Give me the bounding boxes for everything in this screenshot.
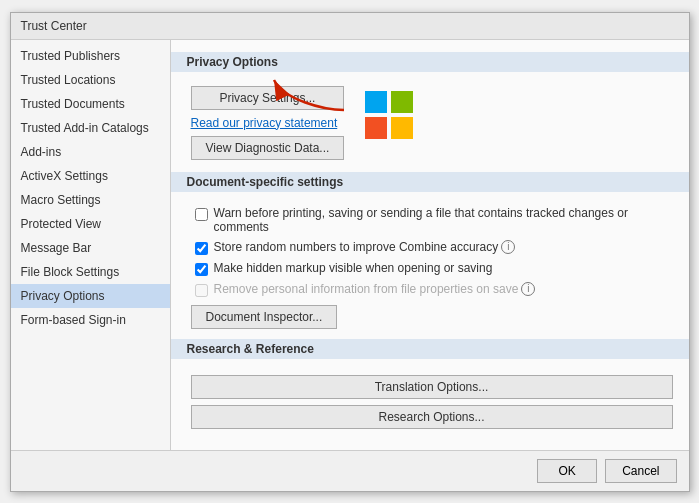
doc-specific-section: Document-specific settings Warn before p…	[187, 172, 673, 329]
main-content: Privacy Options Privacy Settings... Read…	[171, 40, 689, 450]
sidebar-item-activex[interactable]: ActiveX Settings	[11, 164, 170, 188]
sidebar: Trusted PublishersTrusted LocationsTrust…	[11, 40, 171, 450]
research-header: Research & Reference	[171, 339, 689, 359]
view-diagnostic-button[interactable]: View Diagnostic Data...	[191, 136, 345, 160]
checkbox-warn-printing[interactable]	[195, 208, 208, 221]
checkbox-make-hidden[interactable]	[195, 263, 208, 276]
sidebar-item-form-signin[interactable]: Form-based Sign-in	[11, 308, 170, 332]
sidebar-item-message-bar[interactable]: Message Bar	[11, 236, 170, 260]
svg-rect-2	[391, 91, 413, 113]
checkbox-row-warn-printing: Warn before printing, saving or sending …	[191, 206, 673, 234]
checkbox-row-make-hidden: Make hidden markup visible when opening …	[191, 261, 673, 276]
document-inspector-button[interactable]: Document Inspector...	[191, 305, 338, 329]
sidebar-item-add-ins[interactable]: Add-ins	[11, 140, 170, 164]
info-icon-store-random[interactable]: i	[501, 240, 515, 254]
privacy-buttons-group: Privacy Settings... Read our privacy sta…	[191, 86, 345, 160]
info-icon-remove-personal[interactable]: i	[521, 282, 535, 296]
sidebar-item-trusted-addins[interactable]: Trusted Add-in Catalogs	[11, 116, 170, 140]
doc-specific-header: Document-specific settings	[171, 172, 689, 192]
sidebar-item-trusted-documents[interactable]: Trusted Documents	[11, 92, 170, 116]
red-arrow-2	[171, 260, 176, 340]
sidebar-item-trusted-locations[interactable]: Trusted Locations	[11, 68, 170, 92]
checkbox-store-random[interactable]	[195, 242, 208, 255]
research-options-button[interactable]: Research Options...	[191, 405, 673, 429]
research-section: Research & Reference Translation Options…	[187, 339, 673, 429]
checkbox-row-remove-personal: Remove personal information from file pr…	[191, 282, 673, 297]
privacy-section-header: Privacy Options	[171, 52, 689, 72]
sidebar-item-protected-view[interactable]: Protected View	[11, 212, 170, 236]
translation-options-button[interactable]: Translation Options...	[191, 375, 673, 399]
privacy-options-section: Privacy Options Privacy Settings... Read…	[187, 52, 673, 160]
checkbox-remove-personal[interactable]	[195, 284, 208, 297]
cancel-button[interactable]: Cancel	[605, 459, 676, 483]
dialog-body: Trusted PublishersTrusted LocationsTrust…	[11, 40, 689, 450]
dialog-title: Trust Center	[11, 13, 689, 40]
checkbox-row-store-random: Store random numbers to improve Combine …	[191, 240, 673, 255]
svg-rect-3	[365, 117, 387, 139]
checkbox-label-remove-personal: Remove personal information from file pr…	[214, 282, 536, 297]
dialog-footer: OK Cancel	[11, 450, 689, 491]
svg-rect-4	[391, 117, 413, 139]
checkbox-label-store-random: Store random numbers to improve Combine …	[214, 240, 516, 255]
sidebar-item-file-block[interactable]: File Block Settings	[11, 260, 170, 284]
sidebar-item-macro[interactable]: Macro Settings	[11, 188, 170, 212]
sidebar-item-trusted-publishers[interactable]: Trusted Publishers	[11, 44, 170, 68]
microsoft-logo	[364, 90, 414, 143]
checkbox-label-warn-printing: Warn before printing, saving or sending …	[214, 206, 673, 234]
sidebar-item-privacy-options[interactable]: Privacy Options	[11, 284, 170, 308]
read-privacy-link[interactable]: Read our privacy statement	[191, 116, 345, 130]
ok-button[interactable]: OK	[537, 459, 597, 483]
checkbox-label-make-hidden: Make hidden markup visible when opening …	[214, 261, 493, 275]
privacy-settings-button[interactable]: Privacy Settings...	[191, 86, 345, 110]
svg-rect-1	[365, 91, 387, 113]
trust-center-dialog: Trust Center Trusted PublishersTrusted L…	[10, 12, 690, 492]
